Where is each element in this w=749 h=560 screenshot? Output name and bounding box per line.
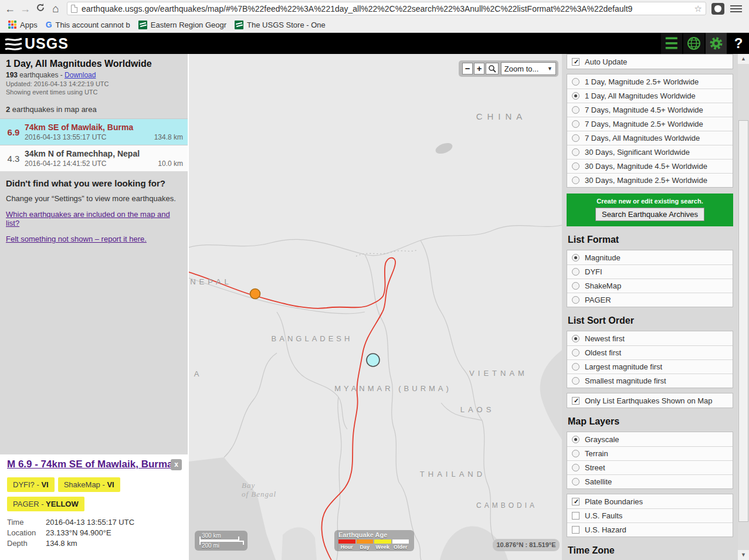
- feed-option-7d-25[interactable]: 7 Days, Magnitude 2.5+ Worldwide: [567, 117, 733, 131]
- usgs-logo[interactable]: USGS: [5, 35, 69, 52]
- dyfi-badge[interactable]: DYFI? - VI: [7, 477, 55, 492]
- bookmark-google-account[interactable]: G This account cannot b: [46, 20, 130, 29]
- auto-update-checkbox[interactable]: Auto Update: [567, 55, 733, 69]
- format-pager[interactable]: PAGER: [567, 293, 733, 307]
- feed-option-1d-all[interactable]: 1 Day, All Magnitudes Worldwide: [567, 89, 733, 103]
- impact-badges: DYFI? - VIShakeMap - VI PAGER - YELLOW: [7, 477, 181, 516]
- detail-depth-row: Depth134.8 km: [7, 539, 181, 548]
- layer-terrain[interactable]: Terrain: [567, 446, 733, 460]
- quake-marker-ramechhap[interactable]: [250, 289, 260, 299]
- radio-icon: [572, 162, 579, 170]
- url-text[interactable]: earthquake.usgs.gov/earthquakes/map/#%7B…: [82, 4, 691, 13]
- cursor-coordinates: 10.876°N : 81.519°E: [493, 539, 560, 551]
- bookmark-eastern-region[interactable]: Eastern Region Geogr: [138, 21, 226, 29]
- scroll-down-arrow[interactable]: ▼: [738, 550, 749, 560]
- overlay-us-faults[interactable]: U.S. Faults: [567, 508, 733, 522]
- back-icon[interactable]: ←: [2, 1, 18, 16]
- bookmark-star-icon[interactable]: ☆: [694, 4, 702, 14]
- refresh-icon[interactable]: [33, 1, 48, 16]
- radio-selected-icon: [572, 92, 579, 100]
- age-day-swatch: [357, 539, 374, 544]
- magnifier-icon: [488, 65, 496, 73]
- radio-icon: [572, 120, 579, 128]
- bookmark-usgs-store[interactable]: The USGS Store - One: [235, 21, 326, 29]
- google-icon: G: [46, 20, 52, 29]
- overlay-us-hazard[interactable]: U.S. Hazard: [567, 522, 733, 537]
- layer-grayscale[interactable]: Grayscale: [567, 432, 733, 446]
- feed-option-7d-45[interactable]: 7 Days, Magnitude 4.5+ Worldwide: [567, 103, 733, 117]
- settings-gear-icon[interactable]: [706, 33, 727, 54]
- list-view-icon[interactable]: ☰: [661, 33, 682, 54]
- auto-update-group: Auto Update: [567, 54, 733, 69]
- feed-options-group: 1 Day, Magnitude 2.5+ Worldwide 1 Day, A…: [567, 74, 733, 188]
- zoom-box-button[interactable]: [486, 63, 499, 74]
- feed-option-30d-sig[interactable]: 30 Days, Significant Worldwide: [567, 145, 733, 159]
- only-list-checkbox[interactable]: Only List Earthquakes Shown on Map: [567, 393, 733, 408]
- included-quakes-link[interactable]: Which earthquakes are included on the ma…: [6, 210, 182, 228]
- feed-option-7d-all[interactable]: 7 Days, All Magnitudes Worldwide: [567, 131, 733, 145]
- address-bar[interactable]: earthquake.usgs.gov/earthquakes/map/#%7B…: [67, 2, 706, 15]
- feed-option-30d-45[interactable]: 30 Days, Magnitude 4.5+ Worldwide: [567, 159, 733, 173]
- event-row-mawlaik[interactable]: 6.9 74km SE of Mawlaik, Burma 2016-04-13…: [0, 118, 188, 145]
- event-time: 2016-04-12 14:41:52 UTC: [25, 159, 106, 168]
- browser-menu-icon[interactable]: [730, 4, 742, 14]
- scrollbar-thumb[interactable]: [738, 120, 748, 522]
- event-detail-link[interactable]: M 6.9 - 74km SE of Mawlaik, Burma: [7, 459, 172, 470]
- chevron-down-icon: ▼: [547, 66, 553, 72]
- pager-badge[interactable]: PAGER - YELLOW: [7, 497, 84, 511]
- forward-icon[interactable]: →: [18, 1, 33, 16]
- event-title: 74km SE of Mawlaik, Burma: [25, 123, 183, 132]
- radio-icon: [572, 464, 579, 471]
- home-icon[interactable]: ⌂: [48, 1, 63, 16]
- globe-icon[interactable]: [683, 33, 704, 54]
- zoom-out-button[interactable]: −: [462, 63, 473, 74]
- bookmark-apps[interactable]: Apps: [8, 21, 38, 29]
- quake-marker-mawlaik-selected[interactable]: [367, 354, 379, 366]
- report-felt-link[interactable]: Felt something not shown – report it her…: [6, 235, 182, 243]
- map-scale-bar: 300 km 200 mi: [195, 531, 248, 551]
- earthquake-age-legend: Earthquake Age Hour Day Week: [334, 530, 414, 551]
- not-found-section: Didn't find what you were looking for? C…: [0, 171, 188, 257]
- browser-toolbar: ← → ⌂ earthquake.usgs.gov/earthquakes/ma…: [0, 0, 749, 17]
- shakemap-badge[interactable]: ShakeMap - VI: [58, 477, 120, 492]
- download-link[interactable]: Download: [65, 71, 96, 79]
- page-icon: [71, 5, 77, 13]
- format-shakemap[interactable]: ShakeMap: [567, 279, 733, 293]
- sort-newest[interactable]: Newest first: [567, 331, 733, 345]
- bookmark-label: Apps: [20, 21, 38, 29]
- sort-largest[interactable]: Largest magnitude first: [567, 359, 733, 374]
- bookmark-label: The USGS Store - One: [247, 21, 326, 29]
- feed-option-1d-25[interactable]: 1 Day, Magnitude 2.5+ Worldwide: [567, 74, 733, 89]
- zoom-in-button[interactable]: +: [474, 63, 484, 74]
- layer-street[interactable]: Street: [567, 460, 733, 474]
- magnitude: 6.9: [2, 127, 25, 137]
- format-dyfi[interactable]: DYFI: [567, 264, 733, 279]
- base-layer-group: Grayscale Terrain Street Satellite: [567, 432, 733, 489]
- feed-option-30d-25[interactable]: 30 Days, Magnitude 2.5+ Worldwide: [567, 173, 733, 187]
- map-label-bay2: of Bengal: [242, 490, 276, 499]
- help-icon[interactable]: ?: [728, 33, 749, 54]
- zoom-to-dropdown[interactable]: Zoom to... ▼: [501, 62, 556, 75]
- only-list-group: Only List Earthquakes Shown on Map: [567, 393, 733, 408]
- earthquake-map[interactable]: CHINA NEPAL BANGLADESH A MYANMAR (BURMA)…: [188, 54, 562, 560]
- map-label-laos: LAOS: [460, 405, 495, 414]
- format-magnitude[interactable]: Magnitude: [567, 250, 733, 264]
- age-legend-title: Earthquake Age: [338, 531, 410, 538]
- page-scrollbar[interactable]: ▲ ▼: [738, 54, 749, 560]
- scroll-up-arrow[interactable]: ▲: [738, 54, 749, 64]
- overlay-plate-boundaries[interactable]: Plate Boundaries: [567, 494, 733, 508]
- layer-satellite[interactable]: Satellite: [567, 474, 733, 488]
- sort-smallest[interactable]: Smallest magnitude first: [567, 374, 733, 388]
- not-found-heading: Didn't find what you were looking for?: [6, 178, 182, 188]
- settings-panel: Auto Update 1 Day, Magnitude 2.5+ Worldw…: [562, 54, 738, 560]
- page-content: 1 Day, All Magnitudes Worldwide 193 eart…: [0, 54, 749, 560]
- close-icon[interactable]: x: [171, 459, 182, 470]
- map-label-vietnam: VIETNAM: [469, 369, 528, 378]
- list-format-group: Magnitude DYFI ShakeMap PAGER: [567, 250, 733, 307]
- map-label-china: CHINA: [476, 111, 527, 121]
- sort-oldest[interactable]: Oldest first: [567, 345, 733, 359]
- extension-icon[interactable]: [711, 3, 724, 15]
- event-row-ramechhap[interactable]: 4.3 34km N of Ramechhap, Nepal 2016-04-1…: [0, 145, 188, 171]
- gulf-of-tonkin-sea: [540, 350, 562, 440]
- search-archives-button[interactable]: Search Earthquake Archives: [595, 208, 704, 221]
